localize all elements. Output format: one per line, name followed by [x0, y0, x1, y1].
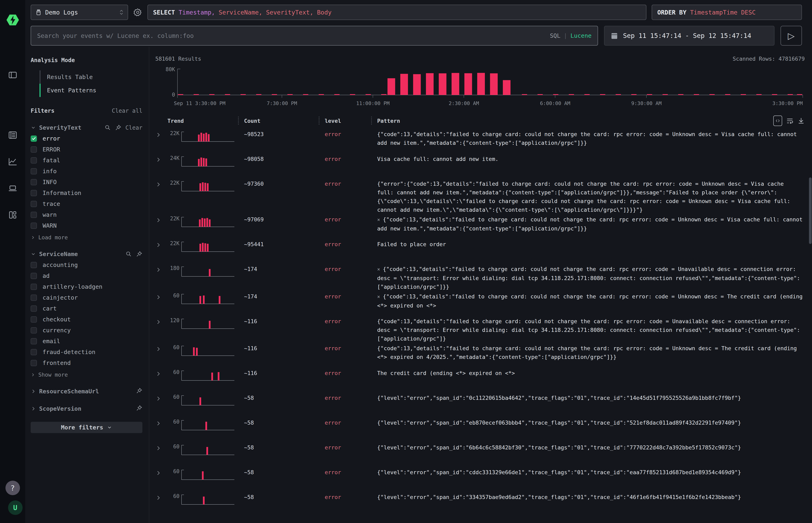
sql-mode-label[interactable]: SQL — [550, 32, 560, 39]
expand-row-icon[interactable] — [155, 369, 167, 377]
pattern-row[interactable]: 60 ~174 error ×{"code":13,"details":"fai… — [155, 291, 805, 316]
pattern-text[interactable]: {"level":"error","span_id":"334357bae9ed… — [377, 493, 805, 501]
pattern-text[interactable]: {"code":13,"details":"failed to charge c… — [377, 130, 805, 147]
load-more-button[interactable]: Load more — [31, 234, 142, 240]
pattern-text[interactable]: The credit card (ending <*> expired on <… — [377, 369, 805, 377]
checkbox[interactable] — [31, 262, 37, 268]
expand-row-icon[interactable] — [155, 468, 167, 476]
filter-option[interactable]: ERROR — [31, 146, 142, 153]
source-select[interactable]: Demo Logs — [31, 5, 128, 20]
checkbox[interactable] — [31, 305, 37, 312]
pin-icon[interactable] — [136, 387, 142, 394]
results-histogram[interactable]: 80K0Sep 11 3:30:00 PM7:30:00 PM11:00:00 … — [155, 67, 805, 109]
checkbox[interactable] — [31, 360, 37, 366]
checkbox[interactable] — [31, 284, 37, 290]
filter-option[interactable]: fraud-detection — [31, 348, 142, 356]
severity-group-header[interactable]: SeverityText Clear — [31, 124, 142, 131]
expand-row-icon[interactable] — [155, 418, 167, 427]
checkbox[interactable] — [31, 179, 37, 185]
checkbox[interactable] — [31, 327, 37, 333]
pattern-text[interactable]: ×{"code":13,"details":"failed to charge … — [377, 292, 805, 310]
language-toggle[interactable]: SQL | Lucene — [550, 32, 592, 39]
time-range-picker[interactable]: Sep 11 15:47:14 - Sep 12 15:47:14 — [604, 26, 775, 46]
pattern-text[interactable]: ×{"code":13,"details":"failed to charge … — [377, 215, 805, 233]
pin-icon[interactable] — [115, 124, 121, 131]
pattern-row[interactable]: 22K ~98523 error {"code":13,"details":"f… — [155, 129, 805, 154]
filter-option[interactable]: accounting — [31, 262, 142, 268]
checkbox[interactable] — [31, 349, 37, 355]
expand-row-icon[interactable] — [155, 344, 167, 352]
pattern-row[interactable]: 60 ~58 error {"level":"error","span_id":… — [155, 442, 805, 467]
pattern-text[interactable]: Visa cache full: cannot add new item. — [377, 155, 805, 163]
filter-option[interactable]: artillery-loadgen — [31, 283, 142, 290]
checkbox[interactable] — [31, 201, 37, 207]
expand-row-icon[interactable] — [155, 493, 167, 501]
expand-row-icon[interactable] — [155, 265, 167, 273]
expand-row-icon[interactable] — [155, 394, 167, 402]
filter-option[interactable]: info — [31, 168, 142, 175]
service-group-header[interactable]: ServiceName — [31, 251, 142, 257]
expand-row-icon[interactable] — [155, 155, 167, 163]
wrap-lines-icon[interactable] — [786, 117, 793, 124]
filter-option[interactable]: email — [31, 338, 142, 345]
checkbox[interactable] — [31, 157, 37, 163]
pattern-row[interactable]: 60 ~58 error {"level":"error","span_id":… — [155, 492, 805, 517]
pattern-row[interactable]: 180 ~174 error ×{"code":13,"details":"fa… — [155, 264, 805, 291]
pattern-text[interactable]: {"level":"error","span_id":"eb870ecef063… — [377, 418, 805, 427]
line-chart-icon[interactable] — [8, 157, 18, 166]
pattern-text[interactable]: {"level":"error","span_id":"0c11220615ba… — [377, 394, 805, 402]
pattern-text[interactable]: {"code":13,"details":"failed to charge c… — [377, 344, 805, 361]
filter-option[interactable]: checkout — [31, 316, 142, 323]
pattern-row[interactable]: 22K ~97360 error {"error":{"code":13,"de… — [155, 178, 805, 214]
filter-option[interactable]: currency — [31, 327, 142, 334]
column-header-trend[interactable]: Trend — [167, 118, 244, 124]
filter-option[interactable]: Information — [31, 190, 142, 196]
checkbox[interactable] — [31, 146, 37, 152]
filter-option[interactable]: cart — [31, 305, 142, 312]
checkbox[interactable] — [31, 316, 37, 323]
more-filters-button[interactable]: More filters — [31, 422, 142, 433]
pattern-row[interactable]: 120 ~116 error {"code":13,"details":"fai… — [155, 316, 805, 343]
vertical-scrollbar[interactable] — [809, 177, 812, 244]
pin-icon[interactable] — [136, 405, 142, 411]
pattern-text[interactable]: Failed to place order — [377, 240, 805, 249]
filter-option[interactable]: cainjector — [31, 294, 142, 301]
severity-clear-button[interactable]: Clear — [125, 124, 142, 131]
pattern-row[interactable]: 60 ~116 error {"code":13,"details":"fail… — [155, 343, 805, 368]
clear-all-button[interactable]: Clear all — [112, 107, 142, 114]
pattern-row[interactable]: 60 ~58 error {"level":"error","span_id":… — [155, 393, 805, 417]
expand-row-icon[interactable] — [155, 130, 167, 138]
user-avatar[interactable]: U — [8, 501, 22, 515]
column-resize-handle[interactable] — [371, 116, 372, 125]
filter-option[interactable]: INFO — [31, 179, 142, 185]
search-icon[interactable] — [125, 251, 132, 257]
lucene-mode-label[interactable]: Lucene — [570, 32, 592, 39]
order-by-input[interactable]: ORDER BY TimestampTime DESC — [652, 5, 802, 20]
select-query-input[interactable]: SELECT Timestamp, ServiceName, SeverityT… — [147, 5, 647, 20]
laptop-icon[interactable] — [8, 183, 18, 193]
column-header-pattern[interactable]: Pattern — [377, 118, 400, 124]
filter-option[interactable]: trace — [31, 200, 142, 207]
search-icon[interactable] — [105, 124, 111, 131]
pattern-text[interactable]: {"level":"error","span_id":"cddc331329e6… — [377, 468, 805, 476]
pattern-row[interactable]: 60 ~58 error {"level":"error","span_id":… — [155, 467, 805, 492]
analysis-mode-option[interactable]: Event Patterns — [39, 84, 142, 97]
column-resize-handle[interactable] — [319, 116, 319, 125]
checkbox[interactable] — [31, 168, 37, 175]
expand-row-icon[interactable] — [155, 317, 167, 325]
sidebar-toggle-icon[interactable] — [8, 70, 18, 80]
pattern-text[interactable]: {"level":"error","span_id":"6b64c6c58842… — [377, 443, 805, 452]
help-button[interactable]: ? — [5, 481, 20, 495]
log-feed-icon[interactable] — [8, 130, 18, 140]
checkbox[interactable] — [31, 136, 37, 142]
filter-option[interactable]: WARN — [31, 222, 142, 229]
resource-schema-group-header[interactable]: ResourceSchemaUrl — [31, 387, 142, 395]
column-view-toggle-icon[interactable] — [773, 115, 782, 126]
filter-option[interactable]: frontend — [31, 360, 142, 366]
expand-row-icon[interactable] — [155, 240, 167, 248]
expand-row-icon[interactable] — [155, 179, 167, 187]
pattern-text[interactable]: ×{"code":13,"details":"failed to charge … — [377, 265, 805, 291]
checkbox[interactable] — [31, 222, 37, 229]
expand-row-icon[interactable] — [155, 215, 167, 223]
column-header-level[interactable]: level — [325, 118, 377, 124]
